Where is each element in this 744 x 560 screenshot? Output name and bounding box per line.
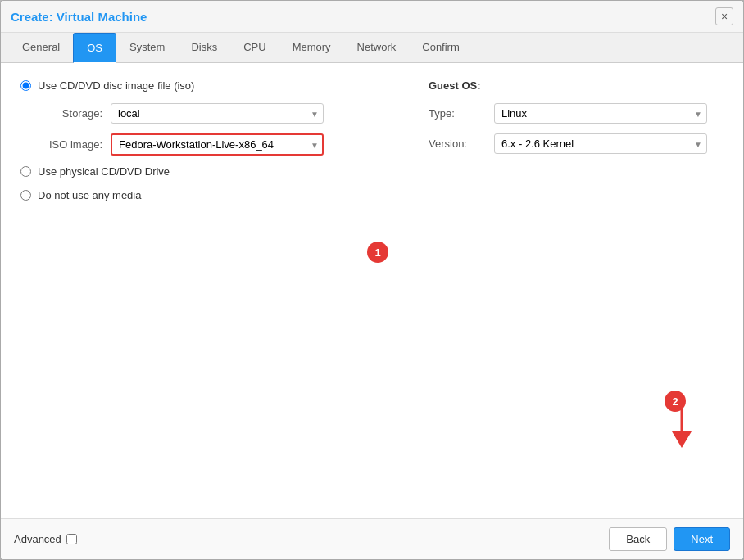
version-label: Version: [429, 138, 486, 150]
close-button[interactable]: × [715, 7, 733, 25]
dialog-header: Create: Virtual Machine × [1, 1, 743, 33]
storage-label: Storage: [37, 107, 102, 120]
advanced-checkbox[interactable] [66, 534, 77, 544]
tab-os[interactable]: OS [73, 33, 116, 63]
create-vm-dialog: Create: Virtual Machine × General OS Sys… [0, 0, 744, 560]
guest-os-label: Guest OS: [429, 79, 724, 92]
tab-memory[interactable]: Memory [279, 33, 344, 63]
back-button[interactable]: Back [609, 527, 667, 551]
radio-none-input[interactable] [20, 190, 31, 201]
dialog-body: Use CD/DVD disc image file (iso) Storage… [1, 63, 743, 518]
annotation-arrow [665, 405, 698, 453]
type-row: Type: Linux ▼ [429, 103, 724, 124]
advanced-label: Advanced [14, 533, 61, 545]
radio-none-label: Do not use any media [38, 189, 141, 201]
type-select[interactable]: Linux [494, 103, 707, 124]
dialog-title: Create: Virtual Machine [11, 10, 147, 24]
radio-cd-label: Use CD/DVD disc image file (iso) [38, 79, 194, 92]
version-row: Version: 6.x - 2.6 Kernel ▼ [429, 133, 724, 154]
iso-label: ISO image: [37, 138, 102, 151]
tab-general[interactable]: General [9, 33, 73, 63]
radio-physical-label: Use physical CD/DVD Drive [38, 165, 170, 178]
storage-select[interactable]: local [111, 103, 324, 124]
tab-system[interactable]: System [116, 33, 178, 63]
storage-row: Storage: local ▼ [37, 103, 396, 124]
tab-network[interactable]: Network [344, 33, 410, 63]
main-section: Use CD/DVD disc image file (iso) Storage… [20, 79, 724, 213]
tab-bar: General OS System Disks CPU Memory Netwo… [1, 33, 743, 63]
right-section: Guest OS: Type: Linux ▼ Version: 6.x - [429, 79, 724, 164]
tab-confirm[interactable]: Confirm [409, 33, 473, 63]
radio-physical-option[interactable]: Use physical CD/DVD Drive [20, 165, 396, 178]
radio-cd-input[interactable] [20, 80, 31, 91]
iso-row: ISO image: Fedora-Workstation-Live-x86_6… [37, 133, 396, 156]
radio-physical-input[interactable] [20, 166, 31, 177]
svg-marker-1 [672, 431, 692, 448]
left-section: Use CD/DVD disc image file (iso) Storage… [20, 79, 396, 213]
next-button[interactable]: Next [674, 527, 730, 551]
type-label: Type: [429, 107, 486, 120]
advanced-section: Advanced [14, 533, 77, 545]
version-select-wrapper: 6.x - 2.6 Kernel ▼ [494, 133, 707, 154]
iso-select[interactable]: Fedora-Workstation-Live-x86_64 [111, 133, 324, 156]
iso-select-wrapper: Fedora-Workstation-Live-x86_64 ▼ [111, 133, 324, 156]
radio-none-option[interactable]: Do not use any media [20, 189, 396, 201]
type-select-wrapper: Linux ▼ [494, 103, 707, 124]
dialog-footer: Advanced Back Next [1, 518, 743, 559]
radio-cd-option[interactable]: Use CD/DVD disc image file (iso) [20, 79, 396, 92]
tab-disks[interactable]: Disks [178, 33, 230, 63]
tab-cpu[interactable]: CPU [230, 33, 279, 63]
version-select[interactable]: 6.x - 2.6 Kernel [494, 133, 707, 154]
annotation-badge-1: 1 [367, 242, 388, 263]
storage-select-wrapper: local ▼ [111, 103, 324, 124]
